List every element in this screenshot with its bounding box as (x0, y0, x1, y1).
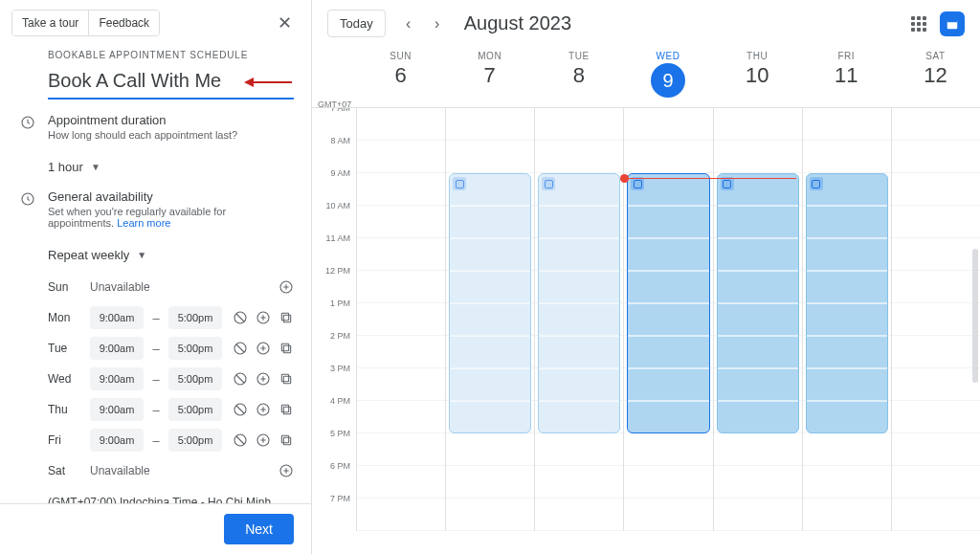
day-header[interactable]: FRI11 (802, 47, 891, 107)
block-handle-icon[interactable] (810, 177, 823, 190)
take-tour-button[interactable]: Take a tour (12, 11, 89, 35)
calendar-app-icon[interactable] (940, 11, 965, 36)
repeat-dropdown[interactable]: Repeat weekly▼ (48, 242, 146, 268)
day-column[interactable] (891, 108, 980, 531)
hour-label: 4 PM (312, 396, 356, 429)
day-label: Wed (48, 372, 84, 386)
day-column[interactable] (623, 108, 712, 531)
add-period-icon[interactable] (256, 341, 271, 356)
svg-rect-27 (947, 19, 958, 21)
availability-desc: Set when you're regularly available for … (48, 206, 294, 229)
month-label: August 2023 (464, 12, 571, 34)
day-of-week: SAT (891, 51, 980, 61)
day-header[interactable]: TUE8 (534, 47, 623, 107)
availability-block[interactable] (717, 173, 799, 433)
block-handle-icon[interactable] (453, 177, 466, 190)
availability-block[interactable] (627, 173, 709, 433)
day-header[interactable]: WED9 (623, 47, 712, 107)
hour-label: 11 AM (312, 233, 356, 266)
availability-day-row: Thu 9:00am – 5:00pm (48, 394, 294, 425)
day-column[interactable] (445, 108, 534, 531)
end-time-input[interactable]: 5:00pm (168, 367, 222, 390)
hour-label: 7 PM (312, 494, 356, 526)
copy-to-all-icon[interactable] (278, 341, 294, 356)
add-period-icon[interactable] (256, 402, 271, 417)
availability-day-row: Sat Unavailable (48, 455, 294, 486)
copy-to-all-icon[interactable] (278, 371, 294, 387)
hour-label: 12 PM (312, 266, 356, 299)
day-of-week: FRI (802, 51, 891, 61)
copy-to-all-icon[interactable] (278, 310, 294, 325)
remove-period-icon[interactable] (233, 341, 248, 356)
day-of-week: SUN (356, 51, 445, 61)
day-column[interactable] (356, 108, 445, 531)
start-time-input[interactable]: 9:00am (90, 337, 144, 360)
block-handle-icon[interactable] (631, 177, 644, 190)
availability-day-row: Wed 9:00am – 5:00pm (48, 364, 294, 394)
hour-label: 1 PM (312, 299, 356, 331)
svg-rect-23 (283, 437, 290, 444)
block-handle-icon[interactable] (542, 177, 555, 190)
remove-period-icon[interactable] (233, 432, 248, 448)
svg-rect-20 (281, 405, 288, 411)
duration-dropdown[interactable]: 1 hour▼ (48, 154, 100, 180)
section-label: BOOKABLE APPOINTMENT SCHEDULE (0, 38, 311, 66)
timezone-dropdown[interactable]: (GMT+07:00) Indochina Time - Ho Chi Minh… (48, 486, 294, 503)
availability-block[interactable] (806, 173, 888, 433)
end-time-input[interactable]: 5:00pm (168, 337, 222, 360)
availability-title: General availability (48, 189, 294, 204)
start-time-input[interactable]: 9:00am (90, 429, 144, 452)
day-header[interactable]: MON7 (445, 47, 534, 107)
availability-block[interactable] (449, 173, 531, 433)
remove-period-icon[interactable] (233, 310, 248, 325)
svg-rect-15 (283, 376, 290, 383)
day-label: Mon (48, 311, 84, 324)
start-time-input[interactable]: 9:00am (90, 367, 144, 390)
end-time-input[interactable]: 5:00pm (168, 429, 222, 452)
remove-period-icon[interactable] (233, 402, 248, 417)
hour-label: 5 PM (312, 429, 356, 461)
copy-to-all-icon[interactable] (278, 402, 294, 417)
scrollbar[interactable] (972, 249, 978, 383)
end-time-input[interactable]: 5:00pm (168, 398, 222, 421)
start-time-input[interactable]: 9:00am (90, 398, 144, 421)
next-week-button[interactable]: › (424, 11, 451, 37)
svg-rect-19 (283, 407, 290, 413)
svg-rect-24 (281, 435, 288, 442)
next-button[interactable]: Next (224, 514, 294, 544)
close-icon[interactable]: ✕ (269, 8, 300, 38)
add-period-icon[interactable] (256, 310, 271, 325)
day-label: Thu (48, 403, 84, 416)
calendar-main: Today ‹ › August 2023 SUN6MON7TUE8WED9TH… (312, 0, 980, 554)
day-column[interactable] (713, 108, 802, 531)
day-column[interactable] (802, 108, 891, 531)
availability-day-row: Mon 9:00am – 5:00pm (48, 302, 294, 333)
add-period-icon[interactable] (256, 371, 271, 387)
day-header[interactable]: THU10 (713, 47, 802, 107)
copy-to-all-icon[interactable] (278, 432, 294, 448)
apps-icon[interactable] (911, 16, 926, 32)
availability-day-row: Sun Unavailable (48, 272, 294, 302)
day-label: Sat (48, 464, 84, 477)
hour-label: 8 AM (312, 136, 356, 168)
end-time-input[interactable]: 5:00pm (168, 306, 222, 329)
appointment-schedule-panel: Take a tour Feedback ✕ BOOKABLE APPOINTM… (0, 0, 312, 554)
day-header[interactable]: SUN6 (356, 47, 445, 107)
start-time-input[interactable]: 9:00am (90, 306, 144, 329)
day-number: 6 (356, 63, 445, 88)
remove-period-icon[interactable] (233, 371, 248, 387)
day-label: Tue (48, 342, 84, 355)
today-button[interactable]: Today (327, 10, 386, 37)
add-period-icon[interactable] (278, 463, 294, 478)
add-period-icon[interactable] (256, 432, 271, 448)
feedback-button[interactable]: Feedback (89, 11, 159, 35)
availability-block[interactable] (538, 173, 620, 433)
day-number-today: 9 (651, 63, 685, 98)
day-header[interactable]: SAT12 (891, 47, 980, 107)
learn-more-link[interactable]: Learn more (117, 217, 170, 229)
block-handle-icon[interactable] (721, 177, 734, 190)
add-period-icon[interactable] (278, 279, 294, 295)
day-of-week: TUE (534, 51, 623, 61)
prev-week-button[interactable]: ‹ (395, 11, 422, 37)
day-column[interactable] (534, 108, 623, 531)
